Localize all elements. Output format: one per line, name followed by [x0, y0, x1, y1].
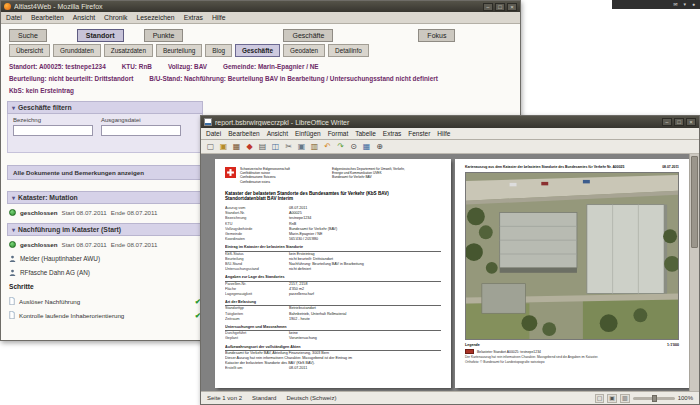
left-column: ▾ Geschäfte filtern Bezeichng Ausgangsda… — [7, 101, 203, 327]
kataster-status-row[interactable]: geschlossen Start 08.07.2011 Ende 08.07.… — [9, 207, 203, 218]
menu-lesezeichen[interactable]: Lesezeichen — [136, 14, 174, 21]
bezeichnung-input[interactable] — [13, 125, 93, 136]
mail-indicator-icon[interactable]: ✉ — [673, 0, 677, 9]
copy-icon[interactable]: ▣ — [296, 141, 307, 152]
writer-menu-bearbeiten[interactable]: Bearbeiten — [228, 130, 259, 137]
maximize-button[interactable]: □ — [674, 118, 684, 126]
open-icon[interactable]: ▣ — [218, 141, 229, 152]
find-icon[interactable]: ⊕ — [374, 141, 385, 152]
vertical-scrollbar[interactable] — [689, 154, 699, 393]
tab-beurteilung[interactable]: Beurteilung — [156, 44, 202, 57]
filter-labels: Bezeichng Ausgangsdatei — [13, 117, 197, 123]
print-icon[interactable]: ▤ — [257, 141, 268, 152]
cut-icon[interactable]: ✂ — [283, 141, 294, 152]
tab-punkte[interactable]: Punkte — [144, 29, 184, 42]
writer-titlebar[interactable]: report.bsbrwirgwecrzpkl - LibreOffice Wr… — [201, 116, 699, 128]
pdf-page-2[interactable]: Kartenauszug aus dem Kataster der belast… — [455, 159, 689, 388]
minimize-button[interactable]: − — [483, 3, 493, 11]
ausgangsdatei-input[interactable] — [101, 125, 181, 136]
legend-row: Belasteter Standort A00025: testnepe1234 — [465, 349, 679, 354]
form-value: Voruntersuchung — [289, 336, 441, 341]
info-kbs: KbS: kein Ersteintrag — [9, 87, 74, 94]
tab-blog[interactable]: Blog — [205, 44, 232, 57]
kataster-section-header[interactable]: ▾ Kataster: Mutation — [7, 191, 203, 204]
document-icon — [9, 297, 15, 305]
menu-bearbeiten[interactable]: Bearbeiten — [31, 14, 64, 21]
status-text: geschlossen — [20, 241, 58, 248]
writer-menu-tabelle[interactable]: Tabelle — [355, 130, 376, 137]
close-button[interactable]: × — [507, 3, 517, 11]
page-preview-icon[interactable]: ◫ — [270, 141, 281, 152]
writer-menu-ansicht[interactable]: Ansicht — [267, 130, 288, 137]
tab-suche[interactable]: Suche — [9, 29, 47, 42]
tab-geodaten[interactable]: Geodaten — [283, 44, 325, 57]
person-label: RFfasche Dahn AG (AN) — [20, 269, 90, 276]
redo-icon[interactable]: ↷ — [335, 141, 346, 152]
menu-chronik[interactable]: Chronik — [104, 14, 127, 21]
person-row-inhaber[interactable]: RFfasche Dahn AG (AN) — [9, 267, 90, 278]
steps-title: Schritte — [9, 283, 34, 290]
window-title: report.bsbrwirgwecrzpkl - LibreOffice Wr… — [215, 119, 659, 126]
writer-menu-extras[interactable]: Extras — [383, 130, 401, 137]
start-date: Start 08.07.2011 — [62, 209, 107, 216]
navigator-icon[interactable]: ⊙ — [348, 141, 359, 152]
docs-link-label: Alle Dokumente und Bemerkungen anzeigen — [13, 169, 144, 176]
export-pdf-icon[interactable]: ◆ — [244, 141, 255, 152]
view-single-page-icon[interactable]: ▢ — [595, 394, 605, 403]
minimize-button[interactable]: − — [662, 118, 672, 126]
table-icon[interactable]: ▦ — [361, 141, 372, 152]
nachfuehrung-section-header[interactable]: ▾ Nachführung im Kataster (Start) — [7, 223, 203, 236]
form-line: Zeitraum 1902 - heute — [225, 317, 441, 322]
filter-section-header[interactable]: ▾ Geschäfte filtern — [7, 101, 203, 114]
menu-ansicht[interactable]: Ansicht — [73, 14, 95, 21]
menu-extras[interactable]: Extras — [184, 14, 203, 21]
page-indicator[interactable]: Seite 1 von 2 — [207, 395, 242, 401]
tab-geschaefte[interactable]: Geschäfte — [283, 29, 333, 42]
page-style-indicator[interactable]: Standard — [252, 395, 276, 401]
view-multi-page-icon[interactable]: ▣ — [607, 394, 617, 403]
tab-detailinfo[interactable]: Detailinfo — [328, 44, 369, 57]
person-row-melder[interactable]: Melder (Hauptinhaber AWU) — [9, 253, 100, 264]
nachfuehrung-status-row[interactable]: geschlossen Start 08.07.2011 Ende 08.07.… — [9, 239, 203, 250]
menu-datei[interactable]: Datei — [6, 14, 22, 21]
paste-icon[interactable]: ▥ — [309, 141, 320, 152]
save-icon[interactable]: ▦ — [231, 141, 242, 152]
step-kontrolle-row[interactable]: Kontrolle laufende Inhaberorientierung ✔ — [9, 309, 201, 321]
tab-standort[interactable]: Standort — [77, 29, 124, 42]
firefox-menubar: Datei Bearbeiten Ansicht Chronik Lesezei… — [1, 12, 520, 24]
zoom-slider-thumb[interactable] — [652, 395, 657, 402]
field-label-bezeichnung: Bezeichng — [13, 117, 101, 123]
show-all-documents-link[interactable]: Alle Dokumente und Bemerkungen anzeigen — [7, 165, 203, 180]
writer-menu-format[interactable]: Format — [328, 130, 349, 137]
zoom-level[interactable]: 100% — [678, 395, 693, 401]
writer-menu-datei[interactable]: Datei — [206, 130, 221, 137]
view-book-icon[interactable]: ▥ — [620, 394, 630, 403]
tab-grunddaten[interactable]: Grunddaten — [53, 44, 101, 57]
writer-menu-einfuegen[interactable]: Einfügen — [295, 130, 321, 137]
language-indicator[interactable]: Deutsch (Schweiz) — [286, 395, 336, 401]
step-ausloeser-row[interactable]: Auslöser Nachführung ✔ — [9, 295, 201, 307]
maximize-button[interactable]: □ — [495, 3, 505, 11]
new-document-icon[interactable]: ▢ — [205, 141, 216, 152]
pdf-page-1[interactable]: Schweizerische EidgenossenschaftConfédér… — [215, 159, 451, 388]
info-ktu: KTU: RnB — [122, 63, 152, 70]
writer-menu-fenster[interactable]: Fenster — [408, 130, 430, 137]
status-indicator-icon[interactable]: ● — [692, 0, 695, 9]
undo-icon[interactable]: ↶ — [322, 141, 333, 152]
tab-zusatzdaten[interactable]: Zusatzdaten — [104, 44, 153, 57]
session-menu-icon[interactable]: ▾ — [683, 0, 686, 9]
writer-menu-hilfe[interactable]: Hilfe — [437, 130, 450, 137]
menu-hilfe[interactable]: Hilfe — [212, 14, 226, 21]
form-line: Lagegenauigkeit parzellenscharf — [225, 292, 441, 297]
zoom-slider[interactable] — [633, 397, 675, 400]
map-footer: Der Kartenauszug hat rein informativen C… — [465, 355, 679, 365]
scrollbar-thumb[interactable] — [691, 156, 698, 248]
close-button[interactable]: × — [686, 118, 696, 126]
confederation-lines: Schweizerische EidgenossenschaftConfédér… — [240, 167, 318, 184]
tab-uebersicht[interactable]: Übersicht — [9, 44, 50, 57]
firefox-titlebar[interactable]: Altlast4Web - Mozilla Firefox − □ × — [1, 1, 520, 12]
tab-geschaefte-sub[interactable]: Geschäfte — [235, 44, 280, 57]
tab-fokus[interactable]: Fokus — [418, 29, 455, 42]
info-gemeinde: Gemeinde: Marin-Epagnier / NE — [223, 63, 319, 70]
map-page-header: Kartenauszug aus dem Kataster der belast… — [465, 165, 679, 169]
